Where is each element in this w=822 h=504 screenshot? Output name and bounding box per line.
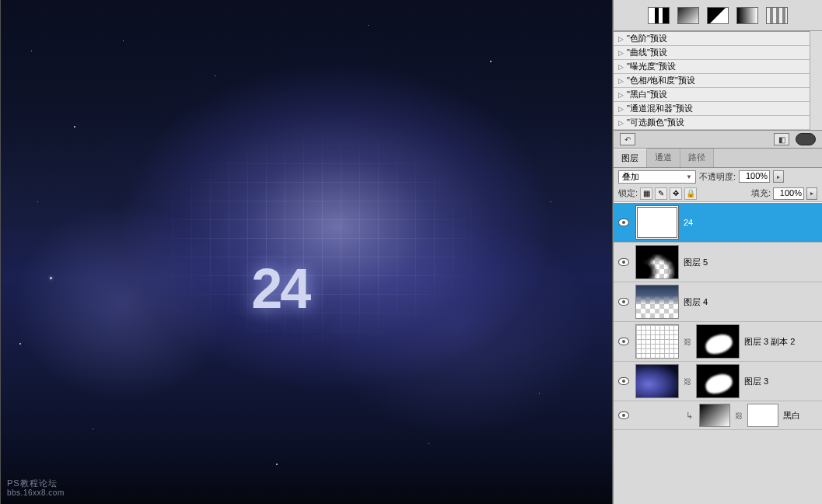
layer-row-3[interactable]: ⛓ 图层 3 [614, 362, 822, 401]
preset-label: "曝光度"预设 [627, 61, 676, 72]
preset-levels[interactable]: ▷"色阶"预设 [614, 32, 810, 46]
blend-mode-value: 叠加 [622, 171, 639, 183]
clip-icon[interactable]: ◧ [774, 133, 789, 145]
eye-icon [618, 258, 629, 266]
preset-label: "色相/饱和度"预设 [627, 75, 695, 86]
layer-mask-thumbnail[interactable] [696, 324, 740, 359]
lock-position-icon[interactable]: ✥ [670, 187, 682, 200]
lock-fill-row: 锁定: ▦ ✎ ✥ 🔒 填充: 100% ▸ [614, 185, 822, 202]
layer-row-4[interactable]: 图层 4 [614, 282, 822, 322]
preset-label: "曲线"预设 [627, 47, 667, 58]
panel-tabs: 图层 通道 路径 [614, 149, 822, 168]
visibility-toggle[interactable] [617, 374, 631, 388]
triangle-icon: ▷ [618, 91, 624, 99]
visibility-toggle[interactable] [617, 255, 631, 269]
preset-exposure[interactable]: ▷"曝光度"预设 [614, 60, 810, 74]
preset-selective-color[interactable]: ▷"可选颜色"预设 [614, 116, 810, 130]
layer-thumbnail[interactable] [635, 245, 679, 279]
fill-label: 填充: [751, 187, 771, 199]
mask-link-icon[interactable]: ⛓ [684, 377, 691, 386]
preset-label: "黑白"预设 [627, 89, 667, 100]
right-panel: ▷"色阶"预设 ▷"曲线"预设 ▷"曝光度"预设 ▷"色相/饱和度"预设 ▷"黑… [613, 0, 822, 504]
layer-name[interactable]: 24 [684, 218, 819, 227]
adjustment-preset-list: ▷"色阶"预设 ▷"曲线"预设 ▷"曝光度"预设 ▷"色相/饱和度"预设 ▷"黑… [614, 31, 810, 130]
adjustment-thumbnails [614, 0, 822, 31]
preset-scrollbar[interactable] [810, 31, 822, 130]
panel-mid-bar: ↶ ◧ [614, 130, 822, 149]
clip-indicator-icon: ↳ [684, 411, 694, 421]
curves-icon[interactable] [677, 7, 699, 24]
view-toggle-icon[interactable] [796, 133, 816, 145]
return-icon[interactable]: ↶ [620, 133, 635, 145]
chevron-down-icon: ▼ [686, 173, 692, 180]
preset-list-wrap: ▷"色阶"预设 ▷"曲线"预设 ▷"曝光度"预设 ▷"色相/饱和度"预设 ▷"黑… [614, 31, 822, 130]
layer-thumbnail[interactable] [635, 324, 679, 359]
layer-name[interactable]: 图层 5 [684, 257, 819, 268]
lock-transparent-icon[interactable]: ▦ [640, 187, 652, 200]
layers-list: T 24 图层 5 图层 4 ⛓ 图层 3 副本 2 ⛓ 图层 3 [614, 202, 822, 504]
gradient-icon[interactable] [736, 7, 758, 24]
layer-name[interactable]: 图层 3 [744, 376, 819, 387]
preset-bw[interactable]: ▷"黑白"预设 [614, 88, 810, 102]
layer-row-24[interactable]: T 24 [614, 203, 822, 243]
layer-thumbnail[interactable] [635, 364, 679, 398]
triangle-icon: ▷ [618, 119, 624, 127]
layer-mask-thumbnail[interactable] [747, 404, 778, 427]
triangle-icon: ▷ [618, 35, 624, 43]
layer-thumbnail-text[interactable]: T [635, 205, 679, 240]
eye-icon [618, 219, 629, 226]
visibility-toggle[interactable] [617, 215, 631, 229]
adjustment-thumbnail[interactable] [699, 404, 730, 427]
lock-label: 锁定: [618, 187, 638, 199]
fill-slider-icon[interactable]: ▸ [806, 187, 817, 200]
tab-paths[interactable]: 路径 [680, 149, 714, 167]
triangle-icon: ▷ [618, 63, 624, 71]
blend-opacity-row: 叠加 ▼ 不透明度: 100% ▸ [614, 168, 822, 185]
watermark: PS教程论坛 bbs.16xx8.com [7, 478, 65, 498]
canvas-text-24: 24 [251, 257, 309, 320]
canvas-area[interactable]: 24 PS教程论坛 bbs.16xx8.com [0, 0, 613, 504]
opacity-input[interactable]: 100% [739, 170, 770, 183]
layer-thumbnail[interactable] [635, 285, 679, 319]
eye-icon [618, 338, 629, 345]
preset-label: "通道混和器"预设 [627, 103, 693, 114]
lock-pixels-icon[interactable]: ✎ [655, 187, 667, 200]
visibility-toggle[interactable] [617, 408, 631, 422]
layer-row-5[interactable]: 图层 5 [614, 243, 822, 282]
opacity-label: 不透明度: [699, 171, 736, 183]
preset-curves[interactable]: ▷"曲线"预设 [614, 46, 810, 60]
layer-name[interactable]: 图层 3 副本 2 [744, 336, 819, 348]
eye-icon [618, 298, 629, 306]
layer-name[interactable]: 黑白 [783, 410, 819, 422]
layer-name[interactable]: 图层 4 [684, 296, 819, 308]
pixel-grid-overlay [135, 126, 502, 378]
tab-channels[interactable]: 通道 [647, 149, 680, 167]
eye-icon [618, 411, 629, 419]
lock-all-icon[interactable]: 🔒 [684, 187, 697, 200]
triangle-icon: ▷ [618, 105, 624, 113]
watermark-line1: PS教程论坛 [7, 478, 65, 488]
document-canvas[interactable]: 24 PS教程论坛 bbs.16xx8.com [1, 0, 612, 504]
blend-mode-dropdown[interactable]: 叠加 ▼ [618, 170, 696, 184]
layer-row-bw-adj[interactable]: ↳ ⛓ 黑白 [614, 401, 822, 430]
opacity-slider-icon[interactable]: ▸ [773, 170, 784, 183]
preset-label: "色阶"预设 [627, 33, 667, 44]
bw-contrast-icon[interactable] [707, 7, 729, 24]
tab-layers[interactable]: 图层 [614, 149, 647, 167]
eye-icon [618, 377, 629, 385]
visibility-toggle[interactable] [617, 334, 631, 348]
layer-row-3-copy2[interactable]: ⛓ 图层 3 副本 2 [614, 322, 822, 362]
levels-icon[interactable] [648, 7, 670, 24]
layer-mask-thumbnail[interactable] [696, 364, 740, 398]
visibility-toggle[interactable] [617, 295, 631, 309]
watermark-line2: bbs.16xx8.com [7, 488, 65, 498]
triangle-icon: ▷ [618, 49, 624, 57]
fill-input[interactable]: 100% [773, 187, 804, 200]
posterize-icon[interactable] [766, 7, 788, 24]
preset-channel-mixer[interactable]: ▷"通道混和器"预设 [614, 102, 810, 116]
preset-label: "可选颜色"预设 [627, 117, 684, 128]
mask-link-icon[interactable]: ⛓ [684, 338, 691, 346]
preset-hue-sat[interactable]: ▷"色相/饱和度"预设 [614, 74, 810, 88]
triangle-icon: ▷ [618, 77, 624, 85]
mask-link-icon[interactable]: ⛓ [735, 411, 743, 420]
